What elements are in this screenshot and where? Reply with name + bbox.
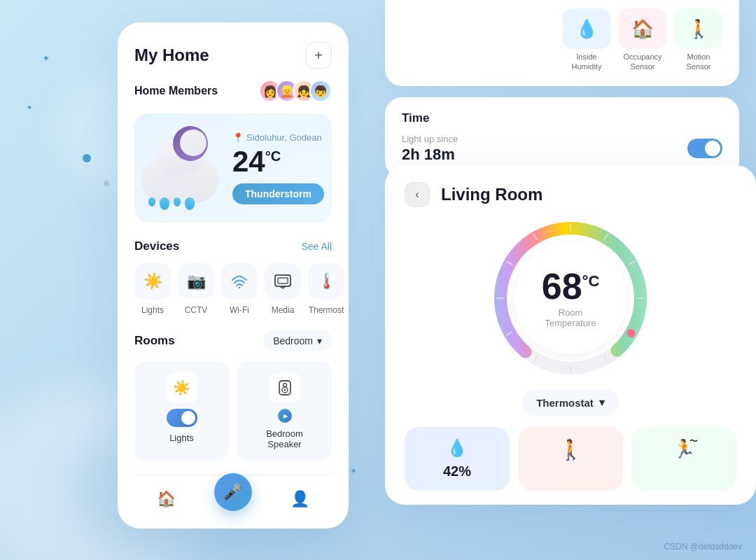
media-icon-wrap	[265, 263, 301, 300]
lights-toggle-switch[interactable]	[167, 409, 197, 427]
dot-decoration-1	[83, 154, 91, 162]
weather-location: 📍 Sidoluhur, Godean	[232, 132, 324, 143]
time-card-title: Time	[402, 111, 722, 125]
living-room-container: ‹ Living Room	[385, 154, 756, 560]
device-media[interactable]: Media	[265, 263, 301, 315]
svg-point-0	[239, 287, 241, 289]
room-device-speaker[interactable]: ▶ BedroomSpeaker	[237, 361, 332, 461]
devices-section-header: Devices See All	[134, 239, 332, 253]
sparkle-icon-4: ✦	[350, 466, 357, 476]
device-wifi[interactable]: Wi-Fi	[221, 263, 258, 315]
see-all-link[interactable]: See All	[301, 241, 332, 252]
sensor-row: 💧 InsideHumidity 🏠 OccupancySensor 🚶 Mot…	[402, 8, 722, 72]
media-icon	[274, 274, 292, 289]
devices-row: ☀️ Lights 📷 CCTV Wi-Fi	[134, 263, 332, 315]
bottom-navigation: 🏠 🎤 👤	[134, 475, 332, 514]
room-lights-icon: ☀️	[167, 372, 197, 403]
devices-title: Devices	[134, 239, 179, 253]
rooms-section-header: Rooms Bedroom ▾	[134, 330, 332, 351]
rain-drop-4	[185, 197, 195, 210]
humidity-bottom-icon: 💧	[447, 438, 468, 458]
weather-illustration	[134, 126, 232, 210]
light-up-label: Light up since	[402, 134, 458, 144]
rain-drop-3	[174, 197, 181, 206]
home-members-label: Home Members	[134, 85, 218, 97]
occupancy-bottom-icon: 🚶	[559, 438, 583, 461]
media-label: Media	[272, 305, 295, 315]
left-phone-panel: My Home + Home Members 👩 👱 👧 👦 📍	[118, 22, 349, 528]
thermostat-label: Thermost	[309, 305, 344, 315]
temperature-label: RoomTemperature	[545, 307, 596, 328]
svg-rect-2	[278, 278, 288, 284]
dropdown-arrow-icon: ▾	[599, 396, 605, 409]
room-device-lights[interactable]: ☀️ Lights	[134, 361, 229, 461]
humidity-bottom-value: 42%	[443, 463, 471, 479]
back-button[interactable]: ‹	[405, 182, 430, 207]
sparkle-icon-2: ✦	[27, 104, 32, 111]
cctv-label: CCTV	[185, 305, 208, 315]
thermostat-dropdown-label: Thermostat	[536, 397, 594, 409]
add-button[interactable]: +	[305, 42, 332, 69]
room-speaker-icon	[270, 372, 300, 403]
moon-icon	[173, 126, 208, 161]
speaker-icon	[276, 379, 293, 396]
thermostat-dropdown[interactable]: Thermostat ▾	[522, 389, 619, 416]
rain-drops	[148, 197, 195, 210]
living-room-header: ‹ Living Room	[405, 182, 736, 207]
sensor-motion[interactable]: 🚶 MotionSensor	[675, 8, 722, 72]
room-speaker-label: BedroomSpeaker	[266, 428, 303, 449]
cctv-icon-wrap: 📷	[178, 263, 214, 300]
motion-icon-wrap: 🚶	[675, 8, 722, 49]
weather-card: 📍 Sidoluhur, Godean 24°C Thunderstorm	[134, 113, 332, 223]
lights-icon-wrap: ☀️	[134, 263, 171, 300]
rain-drop-1	[148, 197, 155, 206]
motion-bottom-card[interactable]: 🏃 〜	[631, 427, 736, 491]
device-cctv[interactable]: 📷 CCTV	[178, 263, 214, 315]
humidity-icon-wrap: 💧	[563, 8, 610, 49]
phone-title: My Home	[134, 46, 209, 65]
weather-temperature: 24°C	[232, 147, 324, 176]
thermostat-icon-wrap: 🌡️	[308, 263, 344, 300]
rooms-title: Rooms	[134, 334, 175, 348]
device-thermostat[interactable]: 🌡️ Thermost	[308, 263, 344, 315]
avatar-4: 👦	[309, 80, 332, 102]
lights-toggle[interactable]	[167, 409, 197, 427]
humidity-bottom-card[interactable]: 💧 42%	[405, 427, 510, 491]
rooms-devices-grid: ☀️ Lights ▶ BedroomSpeaker	[134, 361, 332, 461]
motion-sensor-label: MotionSensor	[687, 52, 711, 72]
sparkle-icon-1: ✦	[42, 52, 50, 64]
occupancy-icon-wrap: 🏠	[619, 8, 666, 49]
humidity-sensor-label: InsideHumidity	[572, 52, 602, 72]
home-nav-icon[interactable]: 🏠	[150, 484, 181, 514]
right-panel: 💧 InsideHumidity 🏠 OccupancySensor 🚶 Mot…	[378, 0, 756, 560]
living-room-title: Living Room	[441, 185, 542, 204]
home-members-section: Home Members 👩 👱 👧 👦	[134, 80, 332, 102]
sensor-bottom-row: 💧 42% 🚶 🏃 〜	[405, 427, 736, 491]
motion-bottom-icon: 🏃 〜	[673, 438, 695, 460]
room-lights-label: Lights	[169, 433, 194, 443]
occupancy-sensor-label: OccupancySensor	[623, 52, 662, 72]
sensor-occupancy[interactable]: 🏠 OccupancySensor	[619, 8, 666, 72]
device-lights[interactable]: ☀️ Lights	[134, 263, 171, 315]
sensor-inside-humidity[interactable]: 💧 InsideHumidity	[563, 8, 610, 72]
motion-wave-icon: 〜	[690, 435, 698, 447]
cloud-icon	[141, 158, 218, 203]
thermostat-inner-display: 68°C RoomTemperature	[514, 242, 626, 354]
location-pin-icon: 📍	[232, 132, 244, 143]
svg-point-6	[283, 384, 286, 387]
occupancy-bottom-card[interactable]: 🚶	[518, 427, 623, 491]
play-indicator: ▶	[278, 409, 292, 423]
weather-condition-badge: Thunderstorm	[232, 183, 324, 204]
member-avatars: 👩 👱 👧 👦	[265, 80, 332, 102]
bedroom-dropdown[interactable]: Bedroom ▾	[263, 330, 332, 351]
dot-decoration-3	[104, 181, 109, 186]
temperature-value: 68°C	[542, 268, 600, 304]
rain-drop-2	[160, 197, 169, 210]
weather-info: 📍 Sidoluhur, Godean 24°C Thunderstorm	[232, 132, 324, 204]
profile-nav-icon[interactable]: 👤	[285, 484, 316, 514]
play-icon: ▶	[284, 413, 288, 419]
microphone-button[interactable]: 🎤	[214, 473, 252, 511]
sensor-row-container: 💧 InsideHumidity 🏠 OccupancySensor 🚶 Mot…	[385, 0, 756, 178]
location-text: Sidoluhur, Godean	[246, 132, 322, 143]
thermostat-dropdown-container: Thermostat ▾	[405, 389, 736, 416]
